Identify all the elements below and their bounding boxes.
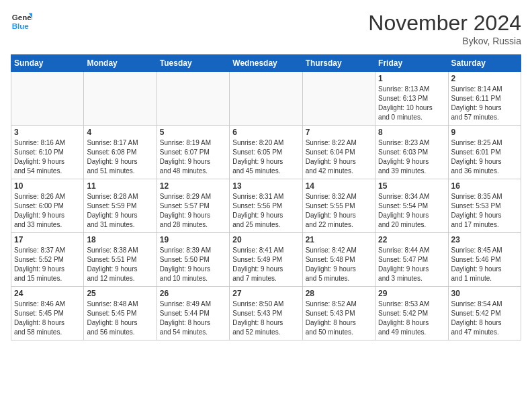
day-cell: 7Sunrise: 8:22 AM Sunset: 6:04 PM Daylig… xyxy=(302,126,375,179)
day-cell: 6Sunrise: 8:20 AM Sunset: 6:05 PM Daylig… xyxy=(230,126,302,179)
day-number: 22 xyxy=(378,235,445,244)
day-info: Sunrise: 8:16 AM Sunset: 6:10 PM Dayligh… xyxy=(14,138,81,176)
day-cell: 12Sunrise: 8:29 AM Sunset: 5:57 PM Dayli… xyxy=(157,179,229,233)
location: Bykov, Russia xyxy=(368,36,521,46)
day-number: 11 xyxy=(87,181,153,191)
day-number: 21 xyxy=(306,235,372,244)
day-number: 15 xyxy=(378,181,445,191)
day-cell: 11Sunrise: 8:28 AM Sunset: 5:59 PM Dayli… xyxy=(84,179,157,233)
day-number: 1 xyxy=(378,74,445,83)
day-number: 13 xyxy=(232,181,299,191)
day-info: Sunrise: 8:32 AM Sunset: 5:55 PM Dayligh… xyxy=(306,192,372,230)
day-cell: 17Sunrise: 8:37 AM Sunset: 5:52 PM Dayli… xyxy=(11,233,84,287)
week-row-3: 17Sunrise: 8:37 AM Sunset: 5:52 PM Dayli… xyxy=(11,233,521,287)
day-cell: 5Sunrise: 8:19 AM Sunset: 6:07 PM Daylig… xyxy=(157,126,229,179)
day-info: Sunrise: 8:42 AM Sunset: 5:48 PM Dayligh… xyxy=(306,246,372,283)
day-cell: 27Sunrise: 8:50 AM Sunset: 5:43 PM Dayli… xyxy=(230,287,302,340)
day-info: Sunrise: 8:48 AM Sunset: 5:45 PM Dayligh… xyxy=(87,300,153,337)
day-info: Sunrise: 8:23 AM Sunset: 6:03 PM Dayligh… xyxy=(378,138,445,176)
week-row-2: 10Sunrise: 8:26 AM Sunset: 6:00 PM Dayli… xyxy=(11,179,521,233)
day-cell: 9Sunrise: 8:25 AM Sunset: 6:01 PM Daylig… xyxy=(448,126,521,179)
day-cell: 28Sunrise: 8:52 AM Sunset: 5:43 PM Dayli… xyxy=(302,287,375,340)
day-cell: 30Sunrise: 8:54 AM Sunset: 5:42 PM Dayli… xyxy=(448,287,521,340)
day-info: Sunrise: 8:44 AM Sunset: 5:47 PM Dayligh… xyxy=(378,246,445,283)
day-number: 10 xyxy=(14,181,81,191)
week-row-1: 3Sunrise: 8:16 AM Sunset: 6:10 PM Daylig… xyxy=(11,126,521,179)
calendar-table: Sunday Monday Tuesday Wednesday Thursday… xyxy=(11,54,521,340)
day-number: 4 xyxy=(87,128,153,137)
day-info: Sunrise: 8:31 AM Sunset: 5:56 PM Dayligh… xyxy=(232,192,299,230)
day-number: 29 xyxy=(378,289,445,298)
day-cell: 14Sunrise: 8:32 AM Sunset: 5:55 PM Dayli… xyxy=(302,179,375,233)
day-cell xyxy=(84,72,157,126)
day-number: 28 xyxy=(306,289,372,298)
day-info: Sunrise: 8:38 AM Sunset: 5:51 PM Dayligh… xyxy=(87,246,153,283)
day-cell: 21Sunrise: 8:42 AM Sunset: 5:48 PM Dayli… xyxy=(302,233,375,287)
col-tuesday: Tuesday xyxy=(157,55,229,72)
day-info: Sunrise: 8:14 AM Sunset: 6:11 PM Dayligh… xyxy=(451,85,518,122)
logo: General Blue xyxy=(11,11,32,32)
day-cell xyxy=(230,72,302,126)
day-cell: 26Sunrise: 8:49 AM Sunset: 5:44 PM Dayli… xyxy=(157,287,229,340)
day-cell xyxy=(302,72,375,126)
day-cell: 8Sunrise: 8:23 AM Sunset: 6:03 PM Daylig… xyxy=(375,126,448,179)
col-monday: Monday xyxy=(84,55,157,72)
day-number: 19 xyxy=(160,235,226,244)
col-thursday: Thursday xyxy=(302,55,375,72)
svg-text:General: General xyxy=(12,13,32,21)
day-info: Sunrise: 8:52 AM Sunset: 5:43 PM Dayligh… xyxy=(306,300,372,337)
day-number: 23 xyxy=(451,235,518,244)
day-number: 2 xyxy=(451,74,518,83)
col-sunday: Sunday xyxy=(11,55,84,72)
header: General Blue November 2024 Bykov, Russia xyxy=(11,11,521,46)
day-number: 25 xyxy=(87,289,153,298)
day-info: Sunrise: 8:20 AM Sunset: 6:05 PM Dayligh… xyxy=(232,138,299,176)
day-info: Sunrise: 8:49 AM Sunset: 5:44 PM Dayligh… xyxy=(160,300,226,337)
day-info: Sunrise: 8:45 AM Sunset: 5:46 PM Dayligh… xyxy=(451,246,518,283)
day-info: Sunrise: 8:46 AM Sunset: 5:45 PM Dayligh… xyxy=(14,300,81,337)
day-number: 6 xyxy=(232,128,299,137)
day-info: Sunrise: 8:22 AM Sunset: 6:04 PM Dayligh… xyxy=(306,138,372,176)
day-cell: 4Sunrise: 8:17 AM Sunset: 6:08 PM Daylig… xyxy=(84,126,157,179)
logo-icon: General Blue xyxy=(11,11,32,32)
day-info: Sunrise: 8:19 AM Sunset: 6:07 PM Dayligh… xyxy=(160,138,226,176)
day-info: Sunrise: 8:26 AM Sunset: 6:00 PM Dayligh… xyxy=(14,192,81,230)
main-container: General Blue November 2024 Bykov, Russia… xyxy=(0,0,532,346)
title-block: November 2024 Bykov, Russia xyxy=(368,11,521,46)
day-number: 3 xyxy=(14,128,81,137)
day-info: Sunrise: 8:34 AM Sunset: 5:54 PM Dayligh… xyxy=(378,192,445,230)
day-cell: 18Sunrise: 8:38 AM Sunset: 5:51 PM Dayli… xyxy=(84,233,157,287)
day-cell: 19Sunrise: 8:39 AM Sunset: 5:50 PM Dayli… xyxy=(157,233,229,287)
day-info: Sunrise: 8:37 AM Sunset: 5:52 PM Dayligh… xyxy=(14,246,81,283)
day-info: Sunrise: 8:29 AM Sunset: 5:57 PM Dayligh… xyxy=(160,192,226,230)
day-info: Sunrise: 8:13 AM Sunset: 6:13 PM Dayligh… xyxy=(378,85,445,122)
week-row-4: 24Sunrise: 8:46 AM Sunset: 5:45 PM Dayli… xyxy=(11,287,521,340)
day-info: Sunrise: 8:39 AM Sunset: 5:50 PM Dayligh… xyxy=(160,246,226,283)
day-number: 24 xyxy=(14,289,81,298)
day-number: 18 xyxy=(87,235,153,244)
day-cell: 10Sunrise: 8:26 AM Sunset: 6:00 PM Dayli… xyxy=(11,179,84,233)
day-number: 14 xyxy=(306,181,372,191)
day-info: Sunrise: 8:17 AM Sunset: 6:08 PM Dayligh… xyxy=(87,138,153,176)
day-number: 9 xyxy=(451,128,518,137)
day-number: 7 xyxy=(306,128,372,137)
day-cell xyxy=(11,72,84,126)
day-info: Sunrise: 8:50 AM Sunset: 5:43 PM Dayligh… xyxy=(232,300,299,337)
day-cell: 23Sunrise: 8:45 AM Sunset: 5:46 PM Dayli… xyxy=(448,233,521,287)
day-number: 20 xyxy=(232,235,299,244)
day-cell: 1Sunrise: 8:13 AM Sunset: 6:13 PM Daylig… xyxy=(375,72,448,126)
day-info: Sunrise: 8:54 AM Sunset: 5:42 PM Dayligh… xyxy=(451,300,518,337)
day-cell: 2Sunrise: 8:14 AM Sunset: 6:11 PM Daylig… xyxy=(448,72,521,126)
svg-text:Blue: Blue xyxy=(12,22,30,30)
day-info: Sunrise: 8:35 AM Sunset: 5:53 PM Dayligh… xyxy=(451,192,518,230)
col-saturday: Saturday xyxy=(448,55,521,72)
day-cell: 3Sunrise: 8:16 AM Sunset: 6:10 PM Daylig… xyxy=(11,126,84,179)
col-wednesday: Wednesday xyxy=(230,55,302,72)
day-info: Sunrise: 8:25 AM Sunset: 6:01 PM Dayligh… xyxy=(451,138,518,176)
day-number: 30 xyxy=(451,289,518,298)
day-number: 8 xyxy=(378,128,445,137)
day-cell: 13Sunrise: 8:31 AM Sunset: 5:56 PM Dayli… xyxy=(230,179,302,233)
day-cell: 15Sunrise: 8:34 AM Sunset: 5:54 PM Dayli… xyxy=(375,179,448,233)
day-number: 16 xyxy=(451,181,518,191)
day-cell: 22Sunrise: 8:44 AM Sunset: 5:47 PM Dayli… xyxy=(375,233,448,287)
